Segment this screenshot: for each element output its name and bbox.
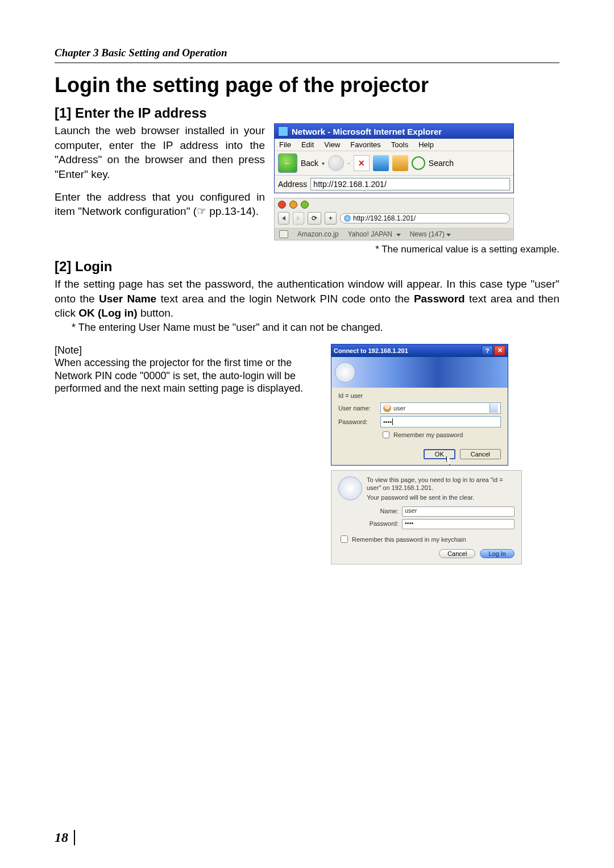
address-label: Address: [278, 180, 307, 189]
ie-titlebar: Network - Microsoft Internet Explorer: [275, 124, 513, 139]
auth-remember-row[interactable]: Remember my password: [380, 430, 501, 440]
safari-browser-illustration: ⟳ + http://192.168.1.201/ Amazon.co.jp Y…: [274, 198, 514, 240]
page-title: Login the setting page of the projector: [55, 73, 559, 97]
close-dot-icon[interactable]: [278, 201, 286, 209]
back-icon[interactable]: ←: [278, 153, 297, 173]
forward-icon[interactable]: [328, 155, 344, 171]
auth-id-line: Id = user: [338, 392, 501, 399]
bookmarks-icon[interactable]: [279, 230, 288, 238]
mac-remember-row[interactable]: Remember this password in my keychain: [338, 534, 515, 545]
auth-cancel-button[interactable]: Cancel: [460, 449, 501, 459]
section1-heading: [1] Enter the IP address: [55, 105, 559, 121]
chapter-header: Chapter 3 Basic Setting and Operation: [55, 47, 559, 63]
safari-add-icon[interactable]: +: [325, 212, 337, 225]
section2-note: * The entering User Name must be "user" …: [72, 322, 559, 334]
mac-auth-line2: Your password will be sent in the clear.: [367, 494, 515, 502]
auth-remember-label: Remember my password: [393, 431, 463, 438]
safari-url-field[interactable]: http://192.168.1.201/: [340, 213, 510, 223]
auth-pass-input[interactable]: ••••: [380, 416, 501, 427]
mac-name-input[interactable]: user: [402, 506, 515, 517]
mac-auth-dialog: To view this page, you need to log in to…: [331, 470, 522, 564]
safari-bm-yahoo[interactable]: Yahoo! JAPAN: [348, 230, 401, 238]
ie-menu-view[interactable]: View: [324, 140, 340, 149]
home-icon[interactable]: [392, 155, 408, 171]
keys-icon: [335, 362, 355, 383]
safari-reload-icon[interactable]: ⟳: [308, 212, 321, 225]
ie-address-bar: Address: [275, 176, 513, 193]
ie-menu-tools[interactable]: Tools: [391, 140, 408, 149]
mac-remember-label: Remember this password in my keychain: [352, 536, 466, 543]
ie-search-label: Search: [429, 159, 454, 168]
auth-remember-checkbox[interactable]: [383, 431, 389, 438]
auth-user-label: User name:: [338, 405, 376, 412]
auth-ok-button[interactable]: OK: [424, 449, 455, 459]
minimize-dot-icon[interactable]: [289, 201, 297, 209]
mac-name-label: Name:: [367, 508, 399, 516]
mac-remember-checkbox[interactable]: [341, 535, 348, 543]
close-icon[interactable]: ✕: [494, 346, 505, 356]
ie-menubar: File Edit View Favorites Tools Help: [275, 139, 513, 151]
windows-auth-dialog: Connect to 192.168.1.201 ? ✕ Id = user U…: [331, 344, 508, 466]
stop-icon[interactable]: ×: [354, 155, 370, 171]
ie-app-icon: [278, 126, 288, 136]
auth-titlebar: Connect to 192.168.1.201 ? ✕: [331, 344, 508, 357]
safari-bookmarks-bar: Amazon.co.jp Yahoo! JAPAN News (147): [275, 229, 513, 240]
mac-pass-label: Password:: [367, 520, 399, 528]
safari-back-icon[interactable]: [278, 212, 289, 225]
note-header: [Note]: [55, 344, 322, 357]
safari-bm-news[interactable]: News (147): [410, 230, 451, 238]
ie-back-label: Back: [301, 159, 318, 168]
search-icon[interactable]: [412, 156, 425, 170]
auth-user-input[interactable]: user: [380, 402, 501, 414]
zoom-dot-icon[interactable]: [301, 201, 309, 209]
section1-p2: Enter the address that you configured in…: [55, 190, 265, 219]
note-block: [Note] When accessing the projector for …: [55, 344, 322, 564]
note-body: When accessing the projector for the fir…: [55, 356, 322, 395]
mac-keys-icon: [338, 476, 362, 500]
ie-menu-favorites[interactable]: Favorites: [350, 140, 380, 149]
auth-title-text: Connect to 192.168.1.201: [334, 347, 408, 354]
refresh-icon[interactable]: [373, 155, 389, 171]
help-icon[interactable]: ?: [482, 346, 493, 356]
mac-login-button[interactable]: Log In: [480, 549, 515, 558]
ie-menu-help[interactable]: Help: [418, 140, 434, 149]
safari-bm-amazon[interactable]: Amazon.co.jp: [297, 230, 339, 238]
mac-cancel-button[interactable]: Cancel: [439, 549, 475, 558]
auth-pass-label: Password:: [338, 418, 376, 425]
globe-icon: [344, 215, 351, 222]
section1-p1: Launch the web browser installed in your…: [55, 123, 265, 182]
safari-url-text: http://192.168.1.201/: [353, 214, 416, 222]
page-number: 18: [55, 830, 75, 845]
safari-toolbar: ⟳ + http://192.168.1.201/: [275, 211, 513, 229]
mac-auth-line1: To view this page, you need to log in to…: [367, 476, 515, 492]
person-icon: [383, 404, 391, 412]
safari-forward-icon[interactable]: [293, 212, 304, 225]
ie-browser-illustration: Network - Microsoft Internet Explorer Fi…: [274, 123, 514, 193]
section2-body: If the setting page has set the password…: [55, 277, 559, 321]
section1-text: Launch the web browser installed in your…: [55, 123, 265, 240]
ie-menu-file[interactable]: File: [279, 140, 291, 149]
ie-title-text: Network - Microsoft Internet Explorer: [292, 127, 442, 136]
section2-heading: [2] Login: [55, 259, 559, 275]
auth-banner: [331, 357, 508, 388]
ie-url-input[interactable]: [310, 178, 510, 190]
safari-traffic-lights: [275, 198, 513, 211]
ie-toolbar: ← Back ▾ - × Search: [275, 151, 513, 176]
mac-pass-input[interactable]: ••••: [402, 519, 515, 529]
footnote: * The numerical value is a setting examp…: [55, 244, 559, 255]
ie-menu-edit[interactable]: Edit: [301, 140, 314, 149]
